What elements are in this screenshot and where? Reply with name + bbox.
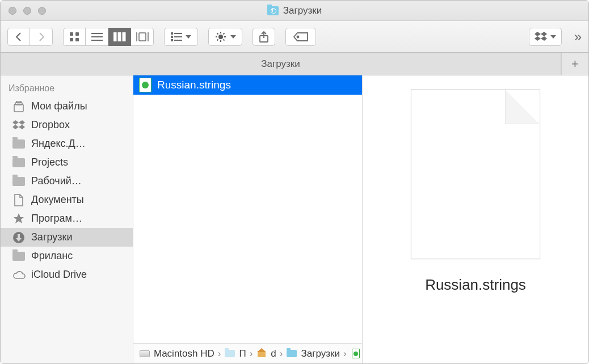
dropbox-icon xyxy=(12,120,26,131)
view-mode-buttons xyxy=(63,28,154,46)
applications-icon xyxy=(12,213,26,225)
sidebar-item-projects[interactable]: Projects xyxy=(1,153,133,172)
toolbar-overflow-button[interactable]: » xyxy=(574,29,582,45)
svg-rect-47 xyxy=(18,234,20,238)
arrange-button[interactable] xyxy=(164,28,198,46)
path-segment-file[interactable]: Russian.strings xyxy=(350,348,362,359)
svg-marker-19 xyxy=(186,35,191,39)
path-segment-users[interactable]: П xyxy=(224,348,246,359)
path-label: Загрузки xyxy=(301,348,339,359)
svg-line-27 xyxy=(224,33,225,34)
new-tab-button[interactable]: + xyxy=(561,53,588,75)
svg-marker-33 xyxy=(535,32,541,36)
sidebar-item-label: Рабочий… xyxy=(31,175,82,187)
content-area: Избранное Мои файлы Dropbox Яндекс.Д… P xyxy=(1,75,588,363)
tab-downloads[interactable]: Загрузки xyxy=(1,53,561,75)
all-files-icon xyxy=(12,101,26,112)
share-button[interactable] xyxy=(253,28,275,46)
svg-point-32 xyxy=(297,36,299,37)
back-button[interactable] xyxy=(7,28,30,46)
path-bar: Macintosh HD › П › d › Загрузки › xyxy=(133,343,362,363)
forward-button[interactable] xyxy=(30,28,53,46)
window-title-text: Загрузки xyxy=(283,5,322,16)
close-window-button[interactable] xyxy=(9,7,16,15)
svg-line-28 xyxy=(217,39,218,40)
preview-filename: Russian.strings xyxy=(425,276,526,294)
svg-rect-16 xyxy=(174,36,182,37)
dropbox-toolbar-button[interactable] xyxy=(529,28,562,46)
svg-rect-18 xyxy=(174,40,182,41)
folder-icon xyxy=(12,251,26,262)
svg-marker-43 xyxy=(12,125,19,129)
sidebar-item-applications[interactable]: Програм… xyxy=(1,209,133,228)
sidebar-item-my-files[interactable]: Мои файлы xyxy=(1,97,133,116)
documents-icon xyxy=(12,194,26,206)
svg-rect-17 xyxy=(171,39,173,41)
svg-marker-42 xyxy=(19,120,25,125)
path-label: Macintosh HD xyxy=(154,348,214,359)
path-label: П xyxy=(239,348,246,359)
action-group xyxy=(208,28,242,46)
svg-line-25 xyxy=(217,33,218,34)
svg-point-20 xyxy=(218,35,223,39)
column-view-button[interactable] xyxy=(108,28,131,46)
chevron-right-icon: › xyxy=(218,348,221,359)
sidebar-section-favorites: Избранное xyxy=(1,80,133,97)
svg-line-26 xyxy=(224,39,225,40)
nav-buttons xyxy=(7,28,53,46)
sidebar-item-downloads[interactable]: Загрузки xyxy=(1,228,133,247)
sidebar-item-documents[interactable]: Документы xyxy=(1,191,133,209)
chevron-right-icon: › xyxy=(280,348,283,359)
sidebar-item-label: Projects xyxy=(31,156,68,168)
icon-view-button[interactable] xyxy=(63,28,86,46)
home-icon xyxy=(256,349,267,358)
path-segment-downloads[interactable]: Загрузки xyxy=(286,348,339,359)
zoom-window-button[interactable] xyxy=(38,7,46,15)
sidebar-item-label: iCloud Drive xyxy=(31,269,87,281)
sidebar-item-label: Мои файлы xyxy=(31,100,87,112)
list-view-button[interactable] xyxy=(86,28,108,46)
chevron-right-icon: › xyxy=(250,348,253,359)
sidebar-item-dropbox[interactable]: Dropbox xyxy=(1,116,133,134)
tags-button[interactable] xyxy=(285,28,316,46)
harddrive-icon xyxy=(139,349,150,358)
tab-label: Загрузки xyxy=(261,58,300,70)
toolbar: » xyxy=(1,21,588,53)
strings-file-icon xyxy=(350,349,361,358)
file-column: Russian.strings Macintosh HD › П › d xyxy=(133,75,363,363)
folder-icon xyxy=(12,157,26,168)
file-row[interactable]: Russian.strings xyxy=(133,75,362,95)
sidebar-item-label: Яндекс.Д… xyxy=(31,138,86,150)
tab-bar: Загрузки + xyxy=(1,53,588,75)
path-segment-home[interactable]: d xyxy=(256,348,276,359)
minimize-window-button[interactable] xyxy=(23,7,31,15)
action-menu-button[interactable] xyxy=(208,28,242,46)
svg-marker-41 xyxy=(12,120,19,125)
sidebar-item-freelance[interactable]: Фриланс xyxy=(1,247,133,265)
svg-rect-3 xyxy=(75,38,79,41)
sidebar: Избранное Мои файлы Dropbox Яндекс.Д… P xyxy=(1,75,133,363)
sidebar-item-desktop[interactable]: Рабочий… xyxy=(1,172,133,191)
downloads-folder-icon xyxy=(286,349,297,358)
gallery-view-button[interactable] xyxy=(131,28,154,46)
sidebar-item-yandex-disk[interactable]: Яндекс.Д… xyxy=(1,134,133,153)
users-folder-icon xyxy=(224,349,235,358)
sidebar-item-label: Документы xyxy=(31,194,84,206)
svg-marker-35 xyxy=(535,36,541,41)
dropbox-group xyxy=(529,28,562,46)
tags-group xyxy=(285,28,316,46)
sidebar-item-label: Програм… xyxy=(31,213,82,225)
sidebar-item-icloud-drive[interactable]: iCloud Drive xyxy=(1,265,133,284)
sidebar-item-label: Dropbox xyxy=(31,119,70,131)
path-segment-disk[interactable]: Macintosh HD xyxy=(139,348,214,359)
file-name: Russian.strings xyxy=(157,79,231,91)
downloads-folder-icon xyxy=(267,6,279,15)
svg-rect-2 xyxy=(70,38,73,41)
preview-pane: Russian.strings xyxy=(363,75,588,363)
svg-rect-15 xyxy=(171,36,173,38)
svg-rect-40 xyxy=(16,101,21,103)
sidebar-item-label: Фриланс xyxy=(31,250,73,262)
svg-rect-38 xyxy=(14,104,23,112)
svg-rect-7 xyxy=(113,32,116,41)
downloads-icon xyxy=(12,232,26,243)
